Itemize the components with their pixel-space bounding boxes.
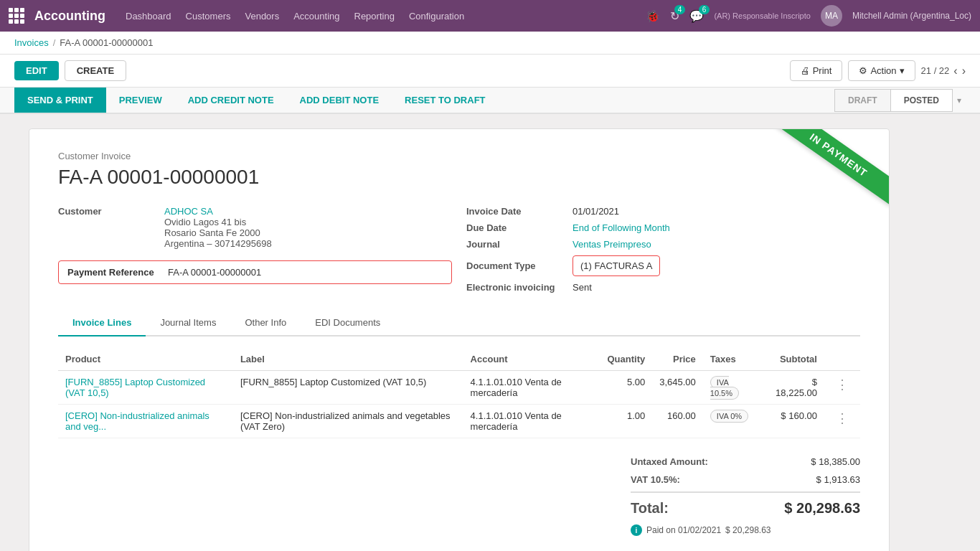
main-content: IN PAYMENT Customer Invoice FA-A 00001-0… bbox=[0, 114, 980, 551]
brand-title: Accounting bbox=[34, 9, 105, 24]
action-label: Action bbox=[870, 65, 896, 76]
tax-badge-1: IVA 10.5% bbox=[710, 376, 739, 400]
customer-label: Customer bbox=[58, 206, 159, 217]
add-credit-note-button[interactable]: ADD CREDIT NOTE bbox=[175, 88, 287, 113]
row2-label: [CERO] Non-industrialized animals and ve… bbox=[233, 405, 463, 438]
nav-vendors[interactable]: Vendors bbox=[245, 11, 279, 22]
nav-reporting[interactable]: Reporting bbox=[354, 11, 395, 22]
invoice-type: Customer Invoice bbox=[58, 151, 860, 161]
journal-value[interactable]: Ventas Preimpreso bbox=[573, 239, 651, 250]
untaxed-value: $ 18,385.00 bbox=[811, 456, 860, 467]
totals-section: Untaxed Amount: $ 18,385.00 VAT 10.5%: $… bbox=[58, 438, 860, 536]
paid-value: $ 20,298.63 bbox=[725, 525, 771, 535]
due-date-value[interactable]: End of Following Month bbox=[573, 222, 670, 233]
row1-subtotal: $ 18,225.00 bbox=[763, 371, 824, 405]
row-menu-icon[interactable]: ⋮ bbox=[831, 377, 853, 392]
bug-icon[interactable]: 🐞 bbox=[646, 9, 660, 23]
col-quantity: Quantity bbox=[600, 348, 652, 371]
print-icon: 🖨 bbox=[801, 65, 810, 76]
col-subtotal: Subtotal bbox=[763, 348, 824, 371]
tab-journal-items[interactable]: Journal Items bbox=[146, 310, 230, 336]
info-icon: i bbox=[631, 524, 642, 536]
tab-invoice-lines[interactable]: Invoice Lines bbox=[58, 310, 146, 336]
customer-addr1: Ovidio Lagos 41 bis bbox=[164, 217, 272, 227]
e-invoicing-label: Electronic invoicing bbox=[466, 282, 567, 293]
doc-type-box: (1) FACTURAS A bbox=[573, 255, 660, 276]
col-actions bbox=[824, 348, 860, 371]
tab-edi-documents[interactable]: EDI Documents bbox=[301, 310, 395, 336]
untaxed-label: Untaxed Amount: bbox=[631, 456, 708, 467]
sub-action-bar: SEND & PRINT PREVIEW ADD CREDIT NOTE ADD… bbox=[0, 88, 980, 114]
activity-badge: 4 bbox=[674, 5, 686, 14]
row-menu-icon[interactable]: ⋮ bbox=[831, 411, 853, 425]
row1-quantity: 5.00 bbox=[600, 371, 652, 405]
tabs: Invoice Lines Journal Items Other Info E… bbox=[58, 310, 860, 336]
activity-badge-wrap[interactable]: ↻ 4 bbox=[670, 9, 679, 23]
breadcrumb: Invoices / FA-A 00001-00000001 bbox=[0, 32, 980, 55]
invoice-body: Customer ADHOC SA Ovidio Lagos 41 bis Ro… bbox=[58, 206, 860, 293]
action-button[interactable]: ⚙ Action ▾ bbox=[848, 60, 915, 81]
status-posted: POSTED bbox=[890, 89, 953, 112]
row1-tax: IVA 10.5% bbox=[703, 371, 763, 405]
gear-icon: ⚙ bbox=[859, 65, 867, 76]
status-draft: DRAFT bbox=[834, 89, 890, 112]
total-label: Total: bbox=[631, 500, 669, 517]
row2-menu[interactable]: ⋮ bbox=[824, 405, 860, 438]
nav-accounting[interactable]: Accounting bbox=[293, 11, 339, 22]
total-row: Total: $ 20,298.63 bbox=[631, 491, 860, 520]
row1-menu[interactable]: ⋮ bbox=[824, 371, 860, 405]
create-button[interactable]: CREATE bbox=[65, 60, 126, 81]
user-status: (AR) Responsable Inscripto bbox=[714, 11, 811, 20]
untaxed-row: Untaxed Amount: $ 18,385.00 bbox=[631, 453, 860, 471]
print-label: Print bbox=[813, 65, 832, 76]
prev-button[interactable]: ‹ bbox=[953, 65, 957, 77]
invoice-date-row: Invoice Date 01/01/2021 bbox=[466, 206, 860, 217]
col-label: Label bbox=[233, 348, 463, 371]
row1-product[interactable]: [FURN_8855] Laptop Customized (VAT 10,5) bbox=[58, 371, 233, 405]
next-button[interactable]: › bbox=[962, 65, 966, 77]
status-pills: DRAFT POSTED ▾ bbox=[834, 89, 966, 112]
vat-row: VAT 10.5%: $ 1,913.63 bbox=[631, 471, 860, 489]
message-badge-wrap[interactable]: 💬 6 bbox=[689, 9, 704, 23]
nav-customers[interactable]: Customers bbox=[186, 11, 231, 22]
tax-badge-2: IVA 0% bbox=[710, 410, 748, 423]
pagination: 21 / 22 ‹ › bbox=[921, 65, 966, 77]
apps-grid-icon[interactable] bbox=[9, 8, 24, 24]
invoice-date-value: 01/01/2021 bbox=[573, 206, 619, 217]
user-name[interactable]: Mitchell Admin (Argentina_Loc) bbox=[852, 11, 971, 21]
invoice-date-label: Invoice Date bbox=[466, 206, 567, 217]
chevron-down-icon[interactable]: ▾ bbox=[953, 95, 966, 105]
edit-button[interactable]: EDIT bbox=[14, 61, 59, 80]
col-product: Product bbox=[58, 348, 233, 371]
nav-dashboard[interactable]: Dashboard bbox=[126, 11, 171, 22]
paid-label: Paid on 01/02/2021 bbox=[646, 525, 721, 535]
breadcrumb-separator: / bbox=[53, 37, 56, 48]
nav-links: Dashboard Customers Vendors Accounting R… bbox=[126, 11, 646, 22]
reset-to-draft-button[interactable]: RESET TO DRAFT bbox=[392, 88, 498, 113]
row1-label: [FURN_8855] Laptop Customized (VAT 10,5) bbox=[233, 371, 463, 405]
doc-type-value: (1) FACTURAS A bbox=[580, 260, 652, 271]
invoice-number: FA-A 00001-00000001 bbox=[58, 166, 860, 189]
col-taxes: Taxes bbox=[703, 348, 763, 371]
tab-other-info[interactable]: Other Info bbox=[230, 310, 301, 336]
action-bar: EDIT CREATE 🖨 Print ⚙ Action ▾ 21 / 22 ‹… bbox=[0, 55, 980, 88]
chevron-down-icon: ▾ bbox=[900, 65, 905, 76]
due-date-label: Due Date bbox=[466, 222, 567, 233]
customer-name[interactable]: ADHOC SA bbox=[164, 206, 272, 217]
due-date-row: Due Date End of Following Month bbox=[466, 222, 860, 233]
nav-configuration[interactable]: Configuration bbox=[409, 11, 464, 22]
add-debit-note-button[interactable]: ADD DEBIT NOTE bbox=[287, 88, 392, 113]
left-column: Customer ADHOC SA Ovidio Lagos 41 bis Ro… bbox=[58, 206, 452, 293]
row2-quantity: 1.00 bbox=[600, 405, 652, 438]
preview-button[interactable]: PREVIEW bbox=[106, 88, 175, 113]
avatar[interactable]: MA bbox=[821, 5, 842, 27]
row2-product[interactable]: [CERO] Non-industrialized animals and ve… bbox=[58, 405, 233, 438]
breadcrumb-parent[interactable]: Invoices bbox=[14, 37, 49, 48]
payment-ref-value: FA-A 00001-00000001 bbox=[168, 267, 261, 278]
breadcrumb-current: FA-A 00001-00000001 bbox=[60, 37, 153, 48]
print-button[interactable]: 🖨 Print bbox=[790, 60, 843, 81]
vat-label: VAT 10.5%: bbox=[631, 474, 680, 485]
topnav-right: 🐞 ↻ 4 💬 6 (AR) Responsable Inscripto MA … bbox=[646, 5, 971, 27]
send-print-button[interactable]: SEND & PRINT bbox=[14, 88, 106, 113]
col-price: Price bbox=[652, 348, 703, 371]
